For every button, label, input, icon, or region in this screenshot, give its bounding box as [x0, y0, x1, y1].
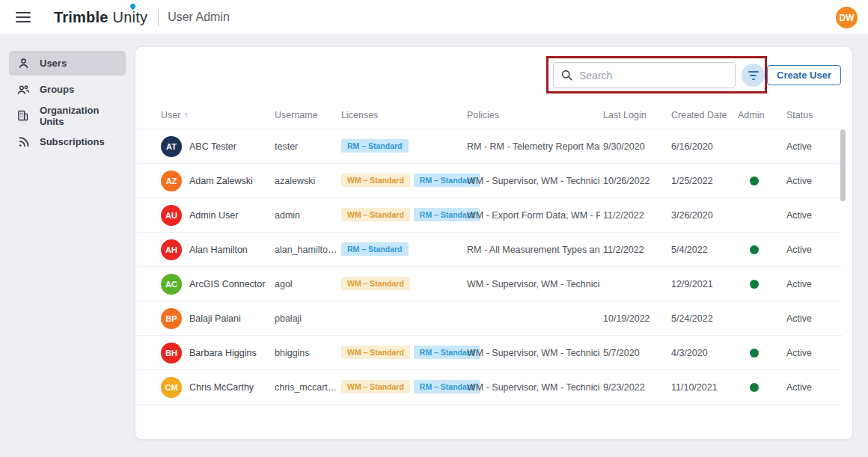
- admin-indicator: [738, 177, 771, 185]
- sidebar-item-label: Organization Units: [40, 105, 126, 127]
- org-units-icon: [16, 109, 30, 123]
- sidebar-item-users[interactable]: Users: [9, 51, 126, 76]
- sidebar-item-subscriptions[interactable]: Subscriptions: [9, 129, 126, 154]
- license-badge: WM – Standard: [341, 277, 410, 290]
- column-header-status[interactable]: Status: [786, 110, 813, 120]
- admin-indicator: [738, 383, 771, 392]
- row-avatar: AT: [161, 136, 182, 157]
- table-row[interactable]: AUAdmin UseradminWM – StandardRM – Stand…: [135, 198, 842, 233]
- license-badges: WM – StandardRM – Standard: [341, 174, 465, 187]
- brand-logo: Trimble Unity: [54, 9, 147, 26]
- sidebar-item-label: Groups: [40, 84, 74, 95]
- table-row[interactable]: BHBarbara HigginsbhigginsWM – StandardRM…: [135, 336, 842, 370]
- top-app-bar: Trimble Unity User Admin DW: [0, 0, 868, 35]
- license-badges: WM – Standard: [341, 277, 465, 290]
- admin-indicator: [738, 349, 771, 358]
- license-badges: RM – Standard: [341, 242, 465, 256]
- created-date: 1/25/2022: [671, 176, 713, 186]
- vertical-scrollbar[interactable]: [840, 129, 846, 201]
- users-icon: [16, 57, 30, 70]
- license-badges: RM – Standard: [341, 139, 465, 153]
- table-row[interactable]: ACArcGIS ConnectoragolWM – StandardWM - …: [135, 267, 842, 301]
- search-input[interactable]: [579, 70, 727, 82]
- policies: WM - Supervisor, WM - Technician, ...: [467, 382, 600, 393]
- last-login: 10/26/2022: [603, 176, 650, 186]
- status-text: Active: [786, 210, 812, 221]
- table-row[interactable]: AHAlan Hamiltonalan_hamilton...RM – Stan…: [135, 233, 842, 267]
- users-panel: Create User User↑UsernameLicensesPolicie…: [135, 46, 853, 440]
- username: admin: [275, 210, 340, 221]
- sidebar-nav: UsersGroupsOrganization UnitsSubscriptio…: [0, 35, 135, 156]
- license-badge: RM – Standard: [341, 139, 409, 153]
- row-avatar: AU: [161, 205, 182, 226]
- table-header-row: User↑UsernameLicensesPoliciesLast LoginC…: [135, 104, 842, 129]
- row-avatar: CM: [161, 377, 182, 398]
- created-date: 4/3/2020: [671, 348, 708, 358]
- username: bhiggins: [275, 348, 340, 358]
- sidebar-item-label: Subscriptions: [40, 136, 105, 147]
- table-row[interactable]: ATABC TestertesterRM – StandardRM - RM -…: [135, 129, 842, 164]
- brand-unity: Unity: [113, 9, 148, 26]
- policies: WM - Supervisor, WM - Technician, ...: [467, 348, 600, 358]
- row-avatar: BP: [161, 308, 182, 329]
- created-date: 5/24/2022: [671, 313, 713, 324]
- admin-dot-icon: [750, 245, 759, 254]
- status-text: Active: [786, 279, 812, 289]
- users-table: User↑UsernameLicensesPoliciesLast LoginC…: [135, 104, 842, 405]
- row-avatar: AZ: [161, 171, 182, 191]
- row-avatar: BH: [161, 343, 182, 364]
- status-text: Active: [786, 245, 812, 255]
- username: chris_mccarthy...: [275, 382, 340, 393]
- table-row[interactable]: AZAdam ZalewskiazalewskiWM – StandardRM …: [135, 164, 842, 198]
- license-badges: WM – StandardRM – Standard: [341, 208, 465, 221]
- column-header-last-login[interactable]: Last Login: [603, 110, 647, 120]
- row-avatar: AH: [161, 239, 182, 260]
- admin-dot-icon: [750, 349, 759, 358]
- create-user-button[interactable]: Create User: [767, 65, 841, 85]
- menu-icon[interactable]: [16, 12, 31, 22]
- policies: WM - Export Form Data, WM - Publ...: [467, 210, 600, 221]
- brand-trimble: Trimble: [54, 9, 109, 26]
- column-header-created-date[interactable]: Created Date: [671, 110, 727, 120]
- user-name: Alan Hamilton: [189, 245, 248, 255]
- row-avatar: AC: [161, 274, 182, 295]
- column-header-policies[interactable]: Policies: [467, 110, 499, 120]
- username: azalewski: [275, 176, 340, 186]
- column-header-licenses[interactable]: Licenses: [341, 110, 378, 120]
- column-header-admin[interactable]: Admin: [738, 110, 764, 120]
- license-badge: WM – Standard: [341, 208, 410, 221]
- user-avatar[interactable]: DW: [836, 7, 858, 28]
- created-date: 12/9/2021: [671, 279, 713, 289]
- table-row[interactable]: BPBalaji Palanipbalaji10/19/20225/24/202…: [135, 301, 842, 336]
- status-text: Active: [786, 313, 812, 324]
- search-box: [553, 62, 736, 88]
- user-name: Barbara Higgins: [189, 348, 257, 358]
- created-date: 11/10/2021: [671, 382, 718, 393]
- title-divider: [158, 8, 159, 26]
- user-name: Chris McCarthy: [189, 382, 254, 393]
- table-row[interactable]: CMChris McCarthychris_mccarthy...WM – St…: [135, 370, 842, 405]
- status-text: Active: [786, 382, 812, 393]
- sidebar-item-organization-units[interactable]: Organization Units: [9, 103, 126, 128]
- page-title: User Admin: [168, 10, 230, 24]
- column-header-user[interactable]: User↑: [161, 110, 188, 120]
- last-login: 9/23/2022: [603, 382, 645, 393]
- column-header-username[interactable]: Username: [275, 110, 318, 120]
- username: tester: [275, 141, 340, 152]
- license-badge: WM – Standard: [341, 380, 410, 393]
- subscriptions-icon: [16, 135, 30, 149]
- created-date: 3/26/2020: [671, 210, 713, 221]
- filter-button[interactable]: [742, 64, 765, 87]
- user-name: Adam Zalewski: [189, 176, 253, 186]
- license-badge: WM – Standard: [341, 174, 410, 187]
- admin-dot-icon: [750, 177, 759, 185]
- sidebar-item-groups[interactable]: Groups: [9, 77, 126, 102]
- user-name: Admin User: [189, 210, 238, 221]
- created-date: 6/16/2020: [671, 141, 713, 152]
- username: agol: [275, 279, 340, 289]
- admin-dot-icon: [750, 280, 759, 289]
- sort-ascending-icon: ↑: [183, 110, 188, 120]
- last-login: 11/2/2022: [603, 245, 644, 255]
- sidebar-item-label: Users: [40, 58, 67, 69]
- policies: RM - RM - Telemetry Report Manag...: [467, 141, 600, 152]
